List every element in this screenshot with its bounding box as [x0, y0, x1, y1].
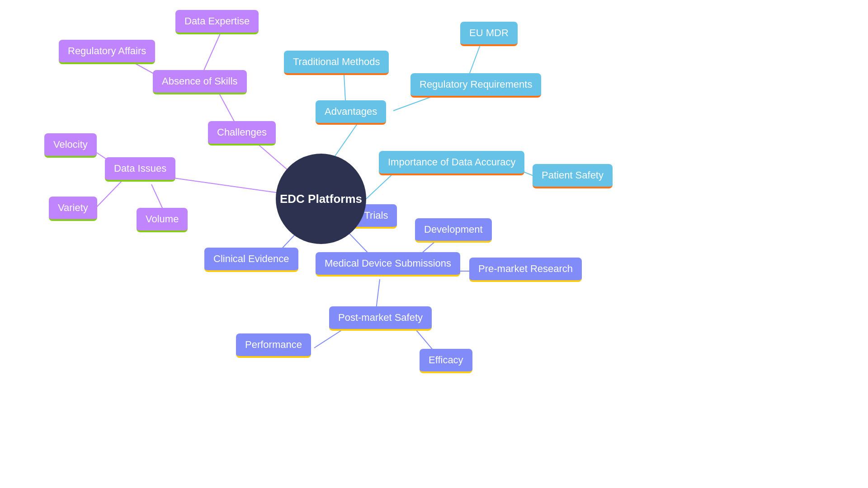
center-label: EDC Platforms: [280, 192, 362, 206]
node-patient-safety[interactable]: Patient Safety: [533, 164, 613, 188]
node-performance[interactable]: Performance: [236, 333, 311, 358]
svg-line-6: [95, 181, 122, 209]
node-regulatory-requirements[interactable]: Regulatory Requirements: [410, 73, 541, 98]
node-development[interactable]: Development: [415, 218, 492, 243]
node-variety[interactable]: Variety: [49, 197, 97, 221]
node-advantages[interactable]: Advantages: [316, 100, 386, 125]
node-regulatory-affairs[interactable]: Regulatory Affairs: [59, 40, 155, 64]
center-node: EDC Platforms: [276, 154, 366, 244]
node-medical-device-submissions[interactable]: Medical Device Submissions: [316, 252, 460, 277]
node-pre-market-research[interactable]: Pre-market Research: [469, 258, 582, 282]
node-data-issues[interactable]: Data Issues: [105, 157, 175, 182]
node-challenges[interactable]: Challenges: [208, 121, 276, 145]
node-importance-of-data-accuracy[interactable]: Importance of Data Accuracy: [379, 151, 524, 175]
node-data-expertise[interactable]: Data Expertise: [175, 10, 259, 34]
node-velocity[interactable]: Velocity: [44, 133, 97, 158]
node-clinical-evidence[interactable]: Clinical Evidence: [204, 248, 298, 272]
node-traditional-methods[interactable]: Traditional Methods: [284, 51, 389, 75]
node-efficacy[interactable]: Efficacy: [420, 349, 472, 373]
node-post-market-safety[interactable]: Post-market Safety: [329, 306, 432, 331]
node-volume[interactable]: Volume: [137, 208, 188, 232]
node-eu-mdr[interactable]: EU MDR: [460, 22, 518, 46]
node-absence-of-skills[interactable]: Absence of Skills: [153, 70, 247, 94]
